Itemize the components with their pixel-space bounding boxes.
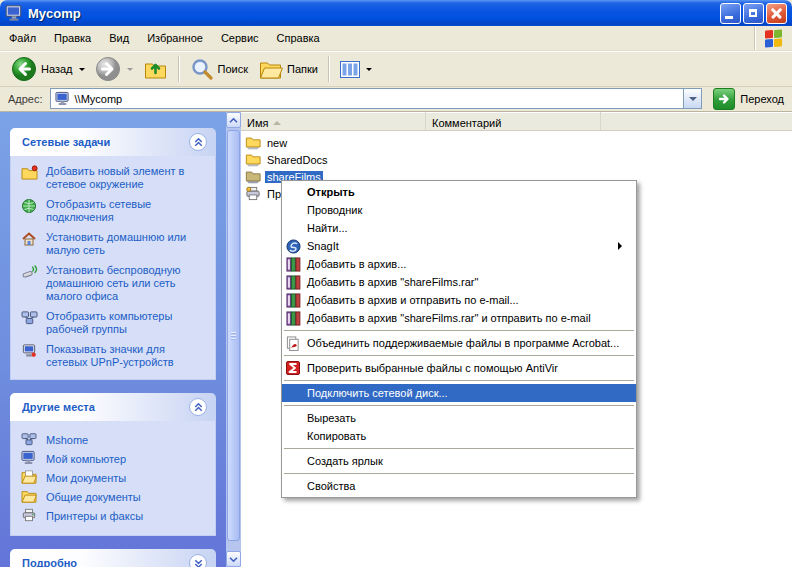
task-setup-home-network[interactable]: Установить домашнюю или малую сеть [21,231,209,257]
menu-view[interactable]: Вид [100,28,138,48]
winrar-icon [286,311,301,326]
context-menu-item-add-to-archive[interactable]: Добавить в архив... [282,255,636,273]
menu-file[interactable]: Файл [0,28,45,48]
context-menu-item-acrobat-combine[interactable]: Объединить поддерживаемые файлы в програ… [282,334,636,352]
place-mshome[interactable]: Mshome [21,430,209,449]
place-label: Мои документы [46,472,126,484]
folders-button[interactable]: Папки [253,55,323,83]
my-computer-icon [21,450,36,465]
window-title: Mycomp [28,6,720,21]
views-icon [340,61,360,78]
context-menu-item-map-network-drive[interactable]: Подключить сетевой диск... [282,384,636,402]
my-documents-icon [21,470,37,484]
back-dropdown-icon[interactable] [79,68,85,71]
context-menu-item-antivir-scan[interactable]: Проверить выбранные файлы с помощью Anti… [282,359,636,377]
shared-folder-icon [245,152,261,167]
file-row-shareddocs[interactable]: SharedDocs [241,151,792,168]
forward-button[interactable] [90,54,138,84]
task-label: Отобразить сетевые подключения [46,198,209,224]
folders-label: Папки [287,63,318,75]
task-label: Показывать значки для сетевых UPnP-устро… [46,343,209,369]
context-menu-item-create-shortcut[interactable]: Создать ярлык [282,452,636,470]
place-shared-documents[interactable]: Общие документы [21,487,209,506]
collapse-button[interactable] [189,133,207,151]
views-button[interactable] [335,59,377,80]
column-label: Комментарий [432,117,501,129]
column-header-blank [601,112,792,130]
context-menu-item-open[interactable]: Открыть [282,183,636,201]
back-button[interactable]: Назад [6,54,90,84]
context-menu-item-archive-named-email[interactable]: Добавить в архив "shareFilms.rar" и отпр… [282,309,636,327]
context-menu-item-explorer[interactable]: Проводник [282,201,636,219]
search-label: Поиск [218,63,248,75]
context-menu-item-snagit[interactable]: SnagIt [282,237,636,255]
minimize-button[interactable] [720,3,741,24]
task-setup-wireless-network[interactable]: Установить беспроводную домашнюю сеть ил… [21,264,209,303]
address-input[interactable]: \\Mycomp [50,88,703,109]
address-dropdown-button[interactable] [683,89,701,108]
task-add-network-place[interactable]: Добавить новый элемент в сетевое окружен… [21,165,209,191]
antivir-icon [286,361,300,375]
close-button[interactable] [766,3,787,24]
context-menu-item-cut[interactable]: Вырезать [282,409,636,427]
expand-button[interactable] [189,554,207,567]
windows-logo [754,26,792,50]
winrar-icon [286,293,301,308]
workgroup-computers-icon [21,310,38,325]
context-menu: Открыть Проводник Найти... SnagIt Добави… [281,180,637,498]
column-header-comment[interactable]: Комментарий [426,112,601,130]
computer-icon [5,4,23,22]
place-my-documents[interactable]: Мои документы [21,468,209,487]
printers-icon [245,186,261,201]
menu-tools[interactable]: Сервис [212,28,268,48]
other-places-header[interactable]: Другие места [10,393,216,421]
chevron-up-icon [193,137,204,148]
search-icon [190,57,214,81]
scrollbar-thumb[interactable] [227,130,240,541]
explorer-window: Mycomp Файл Правка Вид Избранное Сервис … [0,0,792,567]
file-row-new[interactable]: new [241,134,792,151]
place-label: Мой компьютер [46,453,126,465]
scroll-down-button[interactable] [226,551,241,567]
scroll-up-icon [229,117,238,124]
chevron-down-icon [193,558,204,567]
title-bar: Mycomp [0,0,792,26]
column-label: Имя [247,117,268,129]
context-menu-item-properties[interactable]: Свойства [282,477,636,495]
address-bar: Адрес: \\Mycomp Переход [0,88,792,112]
collapse-button[interactable] [189,398,207,416]
menu-separator [284,448,634,449]
back-icon [11,56,37,82]
network-tasks-header[interactable]: Сетевые задачи [10,128,216,156]
context-menu-item-add-to-archive-named[interactable]: Добавить в архив "shareFilms.rar" [282,273,636,291]
network-tasks-panel: Сетевые задачи Добавить новый элемент в … [10,128,216,380]
details-panel: Подробно [10,549,216,567]
context-menu-item-copy[interactable]: Копировать [282,427,636,445]
task-view-workgroup-computers[interactable]: Отобразить компьютеры рабочей группы [21,310,209,336]
chevron-up-icon [193,402,204,413]
network-connections-icon [21,198,37,214]
place-printers-faxes[interactable]: Принтеры и факсы [21,506,209,525]
scroll-up-button[interactable] [226,112,241,128]
task-network-connections[interactable]: Отобразить сетевые подключения [21,198,209,224]
up-button[interactable] [138,55,173,83]
task-show-upnp-icons[interactable]: Показывать значки для сетевых UPnP-устро… [21,343,209,369]
upnp-devices-icon [21,343,37,358]
search-button[interactable]: Поиск [185,55,253,83]
forward-icon [95,56,121,82]
details-header[interactable]: Подробно [10,549,216,567]
address-label: Адрес: [8,93,43,105]
go-button[interactable]: Переход [709,88,788,110]
sidebar-scrollbar[interactable] [226,112,241,567]
views-dropdown-icon[interactable] [366,68,372,71]
place-label: Принтеры и факсы [46,510,143,522]
context-menu-item-archive-email[interactable]: Добавить в архив и отправить по e-mail..… [282,291,636,309]
restore-button[interactable] [743,3,764,24]
place-label: Общие документы [46,491,141,503]
place-my-computer[interactable]: Мой компьютер [21,449,209,468]
menu-favorites[interactable]: Избранное [138,28,212,48]
menu-help[interactable]: Справка [268,28,329,48]
context-menu-item-search[interactable]: Найти... [282,219,636,237]
column-header-name[interactable]: Имя [241,112,426,130]
menu-edit[interactable]: Правка [45,28,100,48]
